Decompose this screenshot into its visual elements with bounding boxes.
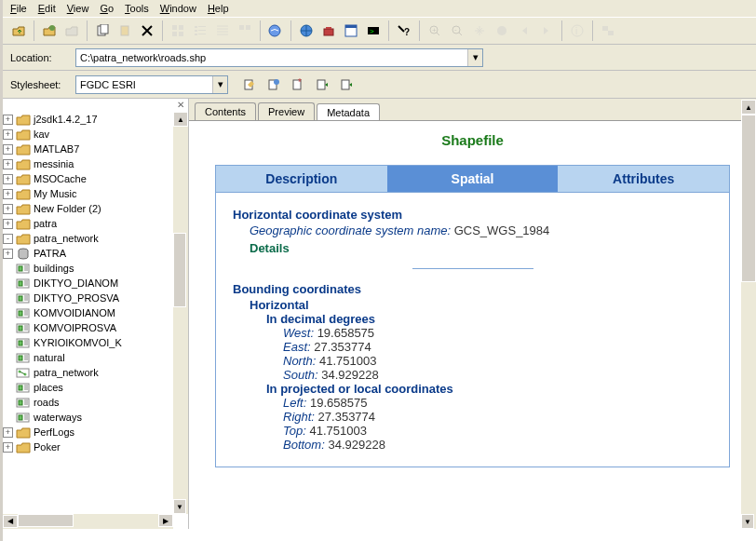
page-title: Shapefile <box>215 132 730 148</box>
tree-horizontal-scrollbar[interactable]: ◀▶ <box>3 514 173 529</box>
close-tree-icon[interactable]: ✕ <box>175 101 186 112</box>
collapse-icon[interactable]: - <box>3 234 13 244</box>
tree-item[interactable]: KOMVOIDIANOM <box>3 305 188 320</box>
tab-metadata[interactable]: Metadata <box>317 103 380 121</box>
delete-icon[interactable] <box>137 20 157 41</box>
command-icon[interactable]: > <box>363 20 384 41</box>
scroll-right-icon[interactable]: ▶ <box>158 514 173 527</box>
scroll-hthumb[interactable] <box>18 514 74 527</box>
expand-icon[interactable]: + <box>3 427 13 438</box>
tree-item[interactable]: -patra_network <box>3 231 188 246</box>
window-icon[interactable] <box>341 20 361 41</box>
page-scroll-down-icon[interactable]: ▼ <box>741 514 754 529</box>
twisty-blank <box>3 413 13 423</box>
twisty-blank <box>3 338 13 348</box>
globe-icon[interactable] <box>296 20 317 41</box>
expand-icon[interactable]: + <box>3 189 13 199</box>
db-icon <box>16 247 31 260</box>
scroll-down-icon[interactable]: ▼ <box>173 499 186 514</box>
tree-item[interactable]: natural <box>3 350 188 365</box>
location-dropdown-icon[interactable]: ▾ <box>467 49 482 66</box>
fc-icon <box>16 306 31 319</box>
export-metadata-icon[interactable] <box>336 74 357 95</box>
menu-go[interactable]: Go <box>100 3 114 14</box>
subtab-spatial[interactable]: Spatial <box>387 166 559 192</box>
scroll-left-icon[interactable]: ◀ <box>3 515 18 528</box>
menu-help[interactable]: Help <box>208 3 229 14</box>
tree-item[interactable]: DIKTYO_DIANOM <box>3 276 188 291</box>
up-folder-icon[interactable] <box>8 20 29 41</box>
menu-window[interactable]: Window <box>160 3 196 14</box>
whats-this-icon[interactable]: ? <box>394 20 414 41</box>
catalog-tree[interactable]: ✕ +j2sdk1.4.2_17+kav+MATLAB7+messinia+MS… <box>3 99 189 529</box>
page-scroll-thumb[interactable] <box>741 115 756 282</box>
folder-icon <box>16 232 31 245</box>
subtab-attributes[interactable]: Attributes <box>558 166 729 192</box>
tree-item[interactable]: +New Folder (2) <box>3 201 188 216</box>
tree-item[interactable]: KOMVOIPROSVA <box>3 320 188 335</box>
scroll-up-icon[interactable]: ▲ <box>173 112 188 127</box>
folder-icon <box>16 142 31 156</box>
menu-tools[interactable]: Tools <box>125 3 149 14</box>
tree-item[interactable]: +kav <box>3 127 188 142</box>
tab-contents[interactable]: Contents <box>195 102 256 120</box>
tree-vertical-scrollbar[interactable]: ▲ ▼ <box>173 112 188 514</box>
toolbox-icon[interactable] <box>318 20 339 41</box>
expand-icon[interactable]: + <box>3 115 13 125</box>
svg-rect-4 <box>172 25 177 30</box>
tab-preview[interactable]: Preview <box>258 102 315 120</box>
metadata-props-icon[interactable] <box>263 74 284 95</box>
menu-file[interactable]: File <box>10 3 27 14</box>
menu-edit[interactable]: Edit <box>38 3 56 14</box>
tree-item[interactable]: waterways <box>3 410 188 425</box>
page-vertical-scrollbar[interactable]: ▲ ▼ <box>741 100 756 529</box>
tree-item[interactable]: +j2sdk1.4.2_17 <box>3 112 188 127</box>
tree-item[interactable]: KYRIOIKOMVOI_K <box>3 335 188 350</box>
tree-item[interactable]: +MATLAB7 <box>3 142 188 156</box>
folder-icon <box>16 172 31 185</box>
tree-item[interactable]: +PerfLogs <box>3 425 188 440</box>
location-input[interactable] <box>76 49 467 66</box>
copy-icon[interactable] <box>92 20 113 41</box>
tree-item[interactable]: patra_network <box>3 365 188 380</box>
tree-item[interactable]: +Poker <box>3 440 188 454</box>
create-metadata-icon[interactable]: * <box>288 74 308 95</box>
expand-icon[interactable]: + <box>3 249 13 259</box>
edit-metadata-icon[interactable] <box>239 74 260 95</box>
expand-icon[interactable]: + <box>3 219 13 229</box>
import-metadata-icon[interactable] <box>312 74 332 95</box>
tree-item[interactable]: +My Music <box>3 186 188 201</box>
tree-item[interactable]: +MSOCache <box>3 171 188 186</box>
expand-icon[interactable]: + <box>3 129 13 140</box>
tree-item[interactable]: buildings <box>3 261 188 276</box>
expand-icon[interactable]: + <box>3 204 13 214</box>
expand-icon[interactable]: + <box>3 144 13 155</box>
tree-item[interactable]: DIKTYO_PROSVA <box>3 291 188 305</box>
list-icon <box>190 20 210 41</box>
connect-folder-icon[interactable] <box>39 20 60 41</box>
expand-icon[interactable]: + <box>3 159 13 169</box>
stylesheet-combo[interactable]: ▾ <box>75 75 228 94</box>
tree-item[interactable]: places <box>3 380 188 395</box>
expand-icon[interactable]: + <box>3 442 13 453</box>
svg-rect-13 <box>198 34 206 34</box>
tree-item[interactable]: +PATRA <box>3 246 188 261</box>
stylesheet-input[interactable] <box>76 76 212 93</box>
details-link[interactable]: Details <box>250 241 712 255</box>
stylesheet-dropdown-icon[interactable]: ▾ <box>212 76 227 93</box>
location-combo[interactable]: ▾ <box>75 48 483 67</box>
page-scroll-up-icon[interactable]: ▲ <box>741 100 756 115</box>
tree-item[interactable]: roads <box>3 395 188 410</box>
tree-item-label: DIKTYO_DIANOM <box>34 277 118 289</box>
svg-rect-33 <box>608 31 614 35</box>
menu-view[interactable]: View <box>67 3 89 14</box>
svg-rect-47 <box>19 296 22 301</box>
tree-item[interactable]: +patra <box>3 216 188 231</box>
scroll-thumb[interactable] <box>173 233 186 307</box>
svg-text:-: - <box>454 25 457 34</box>
subtab-description[interactable]: Description <box>216 166 387 192</box>
expand-icon[interactable]: + <box>3 174 13 184</box>
svg-rect-3 <box>121 26 128 35</box>
launch-arcmap-icon[interactable] <box>265 20 286 41</box>
tree-item[interactable]: +messinia <box>3 156 188 171</box>
